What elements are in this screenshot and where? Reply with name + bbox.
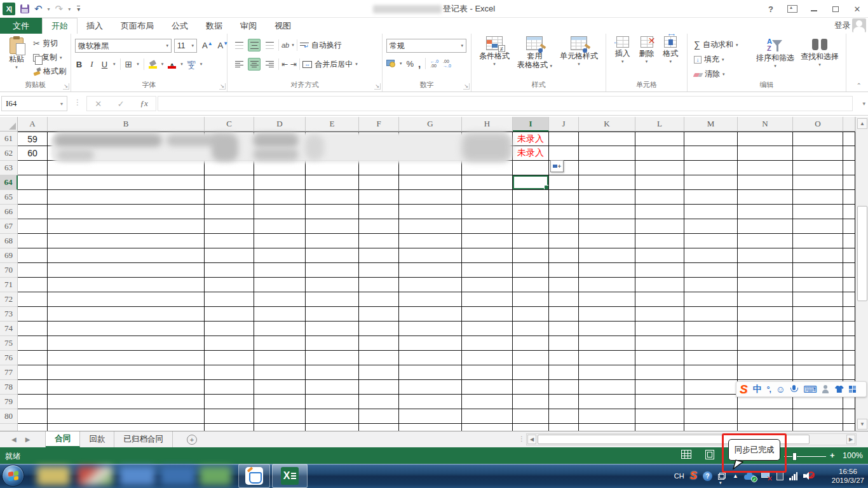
network-error-icon[interactable]: ✕ (761, 471, 771, 480)
format-cells-button[interactable]: ⟷ 格式▾ (663, 36, 678, 64)
fill-color-icon[interactable] (149, 60, 157, 69)
toolbox-icon[interactable] (849, 386, 856, 393)
select-all-corner[interactable] (0, 117, 18, 132)
ribbon-tab-公式[interactable]: 公式 (163, 18, 197, 34)
cell-sl75[interactable] (843, 336, 855, 351)
accounting-format-icon[interactable] (386, 60, 395, 67)
cell-A76[interactable] (18, 351, 48, 365)
row-header-78[interactable]: 78 (0, 380, 18, 395)
column-header-J[interactable]: J (549, 117, 579, 132)
cell-K77[interactable] (579, 365, 635, 380)
cell-G73[interactable] (399, 307, 462, 322)
row-header-81[interactable] (0, 424, 18, 431)
cell-J67[interactable] (549, 219, 579, 234)
sogou-tray-icon[interactable]: S (690, 470, 697, 482)
cell-G75[interactable] (399, 336, 462, 351)
row-header-67[interactable]: 67 (0, 219, 18, 234)
merge-center-button[interactable]: ↔ 合并后居中 (302, 58, 353, 71)
increase-font-icon[interactable]: A▲ (202, 41, 213, 50)
cell-L61[interactable] (635, 132, 684, 146)
cell-M79[interactable] (684, 395, 738, 409)
cell-H64[interactable] (462, 175, 513, 190)
cell-N81[interactable] (738, 424, 793, 431)
cell-O73[interactable] (793, 307, 843, 322)
help-button[interactable]: ? (760, 0, 782, 18)
cell-A77[interactable] (18, 365, 48, 380)
cell-J80[interactable] (549, 409, 579, 424)
cell-N69[interactable] (738, 248, 793, 263)
cell-I75[interactable] (513, 336, 549, 351)
cell-J61[interactable] (549, 132, 579, 146)
font-color-icon[interactable]: A (168, 60, 176, 69)
cell-J74[interactable] (549, 322, 579, 336)
cell-A61[interactable]: 59 (18, 132, 48, 146)
sheet-tab-已归档合同[interactable]: 已归档合同 (114, 431, 173, 447)
cell-C76[interactable] (205, 351, 254, 365)
cell-sl70[interactable] (843, 263, 855, 278)
cell-L70[interactable] (635, 263, 684, 278)
cell-H77[interactable] (462, 365, 513, 380)
cell-N64[interactable] (738, 175, 793, 190)
cell-I65[interactable] (513, 190, 549, 205)
cell-L71[interactable] (635, 278, 684, 292)
cell-C64[interactable] (205, 175, 254, 190)
cell-H70[interactable] (462, 263, 513, 278)
cell-G69[interactable] (399, 248, 462, 263)
conditional-formatting-button[interactable]: ≠ 条件格式▾ (479, 36, 510, 71)
cell-I81[interactable] (513, 424, 549, 431)
cell-O70[interactable] (793, 263, 843, 278)
tab-scrollbar-splitter[interactable]: ⋮ (519, 435, 525, 442)
cell-M70[interactable] (684, 263, 738, 278)
sign-in-link[interactable]: 登录 (834, 20, 850, 31)
cell-D65[interactable] (254, 190, 306, 205)
cell-O68[interactable] (793, 234, 843, 248)
cell-H74[interactable] (462, 322, 513, 336)
cancel-icon[interactable]: ✕ (95, 99, 102, 109)
row-header-69[interactable]: 69 (0, 248, 18, 263)
cell-C67[interactable] (205, 219, 254, 234)
cell-G70[interactable] (399, 263, 462, 278)
cell-H69[interactable] (462, 248, 513, 263)
cell-A65[interactable] (18, 190, 48, 205)
cell-sl63[interactable] (843, 161, 855, 175)
cell-A78[interactable] (18, 380, 48, 395)
cell-L65[interactable] (635, 190, 684, 205)
column-header-N[interactable]: N (738, 117, 793, 132)
cell-E64[interactable] (306, 175, 359, 190)
cell-L66[interactable] (635, 205, 684, 219)
cell-B70[interactable] (48, 263, 205, 278)
help-tray-icon[interactable]: ? (703, 471, 712, 481)
comma-style-button[interactable]: , (418, 58, 421, 69)
row-header-71[interactable]: 71 (0, 278, 18, 292)
percent-style-button[interactable]: % (407, 59, 414, 69)
column-header-K[interactable]: K (579, 117, 635, 132)
chinese-mode-icon[interactable]: 中 (753, 384, 762, 395)
cell-L74[interactable] (635, 322, 684, 336)
cell-G63[interactable] (399, 161, 462, 175)
cell-M80[interactable] (684, 409, 738, 424)
number-format-select[interactable]: 常规▾ (386, 39, 466, 53)
cell-I73[interactable] (513, 307, 549, 322)
punctuation-icon[interactable]: °, (767, 385, 771, 394)
cell-H66[interactable] (462, 205, 513, 219)
cell-H68[interactable] (462, 234, 513, 248)
ribbon-tab-页面布局[interactable]: 页面布局 (112, 18, 163, 34)
column-header-A[interactable]: A (18, 117, 48, 132)
delete-cells-button[interactable]: ✕ 删除▾ (639, 36, 654, 64)
autofill-options-button[interactable]: + (550, 160, 564, 172)
formula-bar-splitter[interactable]: ⋮ (74, 98, 81, 107)
cell-H72[interactable] (462, 292, 513, 307)
column-header-L[interactable]: L (635, 117, 684, 132)
cell-A68[interactable] (18, 234, 48, 248)
user-avatar[interactable] (852, 18, 866, 32)
column-header-O[interactable]: O (793, 117, 843, 132)
cell-D67[interactable] (254, 219, 306, 234)
cell-I63[interactable] (513, 161, 549, 175)
clipboard-tray-icon[interactable] (776, 472, 783, 480)
cell-sl71[interactable] (843, 278, 855, 292)
cell-O80[interactable] (793, 409, 843, 424)
cell-F68[interactable] (359, 234, 399, 248)
column-header-I[interactable]: I (513, 117, 549, 132)
cell-M62[interactable] (684, 146, 738, 161)
cell-M61[interactable] (684, 132, 738, 146)
